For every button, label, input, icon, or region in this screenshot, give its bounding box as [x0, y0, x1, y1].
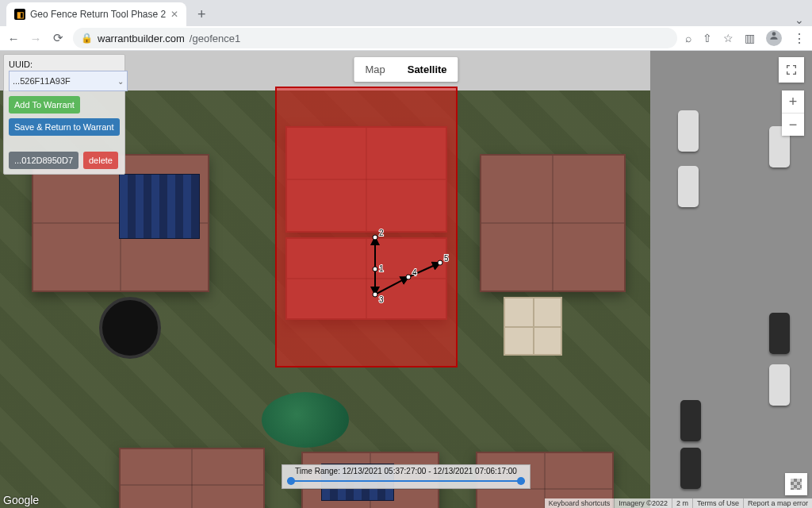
browser-menu-icon[interactable]: ⋮ — [793, 31, 806, 46]
tab-favicon: ◧ — [14, 9, 25, 20]
parked-car — [678, 166, 699, 207]
gazebo — [504, 297, 562, 356]
swimming-pool — [262, 392, 349, 448]
delete-button[interactable]: delete — [83, 152, 118, 169]
trampoline — [99, 297, 161, 359]
url-host: warrantbuilder.com — [98, 33, 185, 44]
share-icon[interactable]: ⇧ — [703, 32, 712, 44]
time-range-slider[interactable] — [287, 477, 525, 485]
imagery-credit: Imagery ©2022 — [614, 498, 672, 508]
map-type-control: Map Satellite — [354, 57, 458, 82]
layers-icon — [791, 479, 802, 490]
zoom-in-button[interactable]: + — [782, 90, 804, 113]
geofence-overlay[interactable] — [275, 87, 458, 368]
lower-roof-1 — [119, 448, 265, 508]
time-range-panel: Time Range: 12/13/2021 05:37:27:00 - 12/… — [282, 464, 530, 489]
layers-button[interactable] — [785, 473, 807, 495]
new-tab-button[interactable]: + — [191, 4, 212, 25]
parked-car — [680, 448, 701, 489]
svg-point-0 — [772, 33, 776, 37]
fullscreen-icon — [785, 64, 798, 76]
add-to-warrant-button[interactable]: Add To Warrant — [9, 96, 80, 114]
parked-car — [680, 400, 701, 441]
solar-panels — [119, 174, 200, 239]
item-id-chip[interactable]: ...012D8950D7 — [9, 152, 79, 169]
keyboard-shortcuts-link[interactable]: Keyboard shortcuts — [545, 498, 615, 508]
save-return-button[interactable]: Save & Return to Warrant — [9, 118, 120, 136]
reload-button[interactable]: ⟳ — [51, 31, 65, 45]
back-button[interactable]: ← — [6, 32, 21, 45]
parked-car — [769, 364, 790, 406]
slider-handle-start[interactable] — [287, 477, 295, 485]
close-tab-icon[interactable]: ✕ — [170, 9, 178, 20]
map-type-map[interactable]: Map — [354, 57, 396, 82]
address-bar[interactable]: 🔒 warrantbuilder.com/geofence1 — [73, 28, 677, 48]
control-panel: UUID: ...526F11A93F ⌄ Add To Warrant Sav… — [3, 54, 125, 175]
uuid-label: UUID: — [9, 60, 120, 69]
fullscreen-button[interactable] — [779, 57, 804, 83]
zoom-control: + − — [782, 90, 804, 136]
google-logo: Google — [3, 495, 39, 506]
scale-indicator: 2 m — [672, 498, 692, 508]
chevron-down-icon: ⌄ — [117, 77, 124, 86]
map-type-satellite[interactable]: Satellite — [396, 57, 458, 82]
report-error-link[interactable]: Report a map error — [743, 498, 812, 508]
uuid-selected-value: ...526F11A93F — [13, 76, 71, 86]
map-attribution: Keyboard shortcuts Imagery ©2022 2 m Ter… — [545, 498, 812, 508]
parked-car — [678, 110, 699, 152]
search-icon[interactable]: ⌕ — [685, 32, 691, 44]
map-viewport[interactable]: 1 2 3 4 5 UUID: ...526F11A93F ⌄ Add To W… — [0, 51, 812, 508]
slider-handle-end[interactable] — [517, 477, 525, 485]
url-path: /geofence1 — [190, 33, 240, 44]
browser-tab[interactable]: ◧ Geo Fence Return Tool Phase 2 ✕ — [6, 2, 186, 26]
bookmark-icon[interactable]: ☆ — [723, 32, 733, 44]
forward-button: → — [29, 32, 43, 45]
tabs-overflow-icon[interactable]: ⌄ — [795, 13, 804, 26]
reader-icon[interactable]: ▥ — [745, 32, 755, 44]
zoom-out-button[interactable]: − — [782, 113, 804, 136]
time-range-label: Time Range: 12/13/2021 05:37:27:00 - 12/… — [287, 467, 525, 475]
uuid-dropdown[interactable]: ...526F11A93F ⌄ — [9, 71, 128, 91]
neighbor-roof-right — [480, 154, 626, 292]
parked-car — [769, 313, 790, 354]
tab-title: Geo Fence Return Tool Phase 2 — [30, 9, 166, 20]
terms-link[interactable]: Terms of Use — [692, 498, 743, 508]
profile-avatar[interactable] — [766, 30, 782, 46]
lock-icon: 🔒 — [81, 33, 93, 44]
